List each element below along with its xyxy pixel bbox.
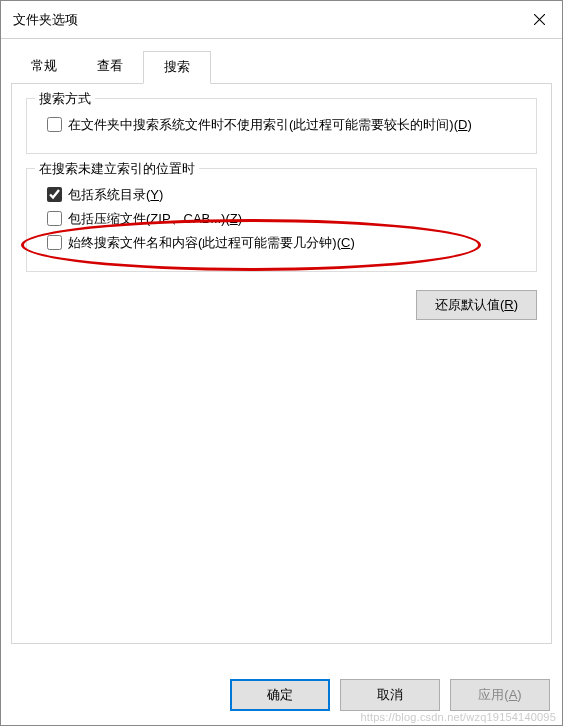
- close-button[interactable]: [516, 1, 562, 38]
- option-system-dirs[interactable]: 包括系统目录(Y): [47, 185, 524, 205]
- window-title: 文件夹选项: [13, 11, 516, 29]
- option-no-index-checkbox[interactable]: [47, 117, 62, 132]
- cancel-button[interactable]: 取消: [340, 679, 440, 711]
- option-no-index-label: 在文件夹中搜索系统文件时不使用索引(此过程可能需要较长的时间)(D): [68, 115, 472, 135]
- group-search-method: 搜索方式 在文件夹中搜索系统文件时不使用索引(此过程可能需要较长的时间)(D): [26, 98, 537, 154]
- option-always-search-contents-checkbox[interactable]: [47, 235, 62, 250]
- option-compressed-files[interactable]: 包括压缩文件(ZIP、CAB...)(Z): [47, 209, 524, 229]
- group-search-method-legend: 搜索方式: [35, 90, 95, 108]
- option-no-index[interactable]: 在文件夹中搜索系统文件时不使用索引(此过程可能需要较长的时间)(D): [47, 115, 524, 135]
- tab-view[interactable]: 查看: [77, 51, 143, 84]
- tab-bar: 常规 查看 搜索: [11, 51, 552, 84]
- option-compressed-files-label: 包括压缩文件(ZIP、CAB...)(Z): [68, 209, 242, 229]
- watermark: https://blog.csdn.net/wzq19154140095: [360, 711, 556, 723]
- close-icon: [534, 14, 545, 25]
- group-unindexed-legend: 在搜索未建立索引的位置时: [35, 160, 199, 178]
- option-always-search-contents[interactable]: 始终搜索文件名和内容(此过程可能需要几分钟)(C): [47, 233, 524, 253]
- ok-button[interactable]: 确定: [230, 679, 330, 711]
- restore-defaults-button[interactable]: 还原默认值(R): [416, 290, 537, 320]
- tab-search[interactable]: 搜索: [143, 51, 211, 84]
- option-always-search-contents-label: 始终搜索文件名和内容(此过程可能需要几分钟)(C): [68, 233, 355, 253]
- option-system-dirs-label: 包括系统目录(Y): [68, 185, 163, 205]
- tab-panel-search: 搜索方式 在文件夹中搜索系统文件时不使用索引(此过程可能需要较长的时间)(D) …: [11, 84, 552, 644]
- apply-button[interactable]: 应用(A): [450, 679, 550, 711]
- dialog-button-bar: 确定 取消 应用(A): [230, 679, 550, 711]
- tab-general[interactable]: 常规: [11, 51, 77, 84]
- option-system-dirs-checkbox[interactable]: [47, 187, 62, 202]
- title-bar: 文件夹选项: [1, 1, 562, 39]
- restore-defaults-row: 还原默认值(R): [26, 286, 537, 326]
- group-unindexed-locations: 在搜索未建立索引的位置时 包括系统目录(Y) 包括压缩文件(ZIP、CAB...…: [26, 168, 537, 272]
- option-compressed-files-checkbox[interactable]: [47, 211, 62, 226]
